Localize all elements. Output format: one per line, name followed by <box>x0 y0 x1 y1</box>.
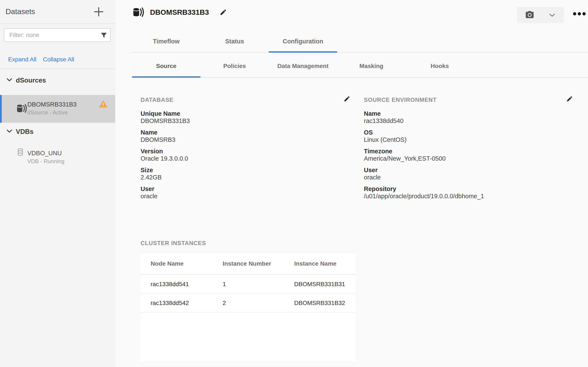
field-name: Name DBOMSRB3 <box>141 129 350 143</box>
cluster-instances-section-label: CLUSTER INSTANCES <box>141 240 206 247</box>
field-user: User oracle <box>364 167 573 181</box>
tab-status[interactable]: Status <box>201 30 269 52</box>
field-label: Name <box>364 110 573 117</box>
subtab-source[interactable]: Source <box>132 53 201 77</box>
datasets-sidebar: Datasets Expand All Collapse All dSource… <box>0 0 115 367</box>
filter-input[interactable] <box>4 29 110 42</box>
camera-icon[interactable] <box>525 10 535 20</box>
chevron-down-icon[interactable] <box>549 14 555 17</box>
database-section-label: DATABASE <box>141 97 174 103</box>
subtab-policies[interactable]: Policies <box>201 53 269 77</box>
collapse-all-link[interactable]: Collapse All <box>43 56 74 63</box>
warning-icon <box>99 100 107 108</box>
subtab-hooks[interactable]: Hooks <box>405 53 474 77</box>
cell-instance-number: 1 <box>223 281 294 288</box>
field-os: OS Linux (CentOS) <box>364 129 573 143</box>
sidebar-item-dbomsrb331b3[interactable]: DBOMSRB331B3 dSource - Active <box>0 95 115 123</box>
field-label: Timezone <box>364 148 573 155</box>
field-repository: Repository /u01/app/oracle/product/19.0.… <box>364 185 573 200</box>
field-label: Unique Name <box>141 110 350 117</box>
sidebar-group-vdbs[interactable]: VDBs <box>0 127 115 139</box>
field-value: 2.42GB <box>141 174 350 181</box>
dataset-status: dSource - Active <box>27 109 68 116</box>
field-name: Name rac1338dd540 <box>364 110 573 125</box>
dsource-icon <box>132 7 144 17</box>
group-label: VDBs <box>16 128 33 136</box>
dataset-name: DBOMSRB331B3 <box>27 101 77 108</box>
source-environment-fields: Name rac1338dd540 OS Linux (CentOS) Time… <box>364 110 573 204</box>
field-label: Repository <box>364 185 573 192</box>
field-value: DBOMSRB3 <box>141 136 350 143</box>
field-label: Name <box>141 129 350 136</box>
edit-source-environment-pencil-icon[interactable] <box>566 95 573 102</box>
plus-icon <box>94 7 103 16</box>
sidebar-group-dsources[interactable]: dSources <box>0 75 115 88</box>
table-row[interactable]: rac1338dd541 1 DBOMSRB331B31 <box>141 275 355 294</box>
field-value: rac1338dd540 <box>364 117 573 125</box>
sidebar-divider <box>0 24 115 24</box>
cell-node-name: rac1338dd542 <box>151 300 223 307</box>
cell-node-name: rac1338dd541 <box>151 281 223 288</box>
column-header-node-name: Node Name <box>151 260 223 267</box>
snapshot-button-group[interactable] <box>517 7 564 23</box>
field-value: oracle <box>364 174 573 181</box>
expand-all-link[interactable]: Expand All <box>8 56 36 63</box>
field-label: Size <box>141 167 350 174</box>
field-value: America/New_York,EST-0500 <box>364 155 573 162</box>
chevron-down-icon <box>7 130 12 133</box>
field-value: oracle <box>141 192 350 200</box>
field-label: User <box>364 167 573 174</box>
field-user: User oracle <box>141 185 350 200</box>
sidebar-divider <box>0 68 115 69</box>
field-timezone: Timezone America/New_York,EST-0500 <box>364 148 573 162</box>
field-value: Linux (CentOS) <box>364 136 573 143</box>
column-header-instance-name: Instance Name <box>294 260 355 267</box>
configuration-subtabbar: Source Policies Data Management Masking … <box>132 53 588 78</box>
edit-database-pencil-icon[interactable] <box>344 95 350 102</box>
sidebar-item-vdbo-unu[interactable]: VDBO_UNU VDB - Running <box>0 145 115 167</box>
subtab-data-management[interactable]: Data Management <box>269 53 337 77</box>
edit-title-pencil-icon[interactable] <box>220 8 227 16</box>
group-label: dSources <box>16 76 46 84</box>
field-value: Oracle 19.3.0.0.0 <box>141 155 350 162</box>
vdb-database-icon <box>17 148 24 156</box>
table-row[interactable]: rac1338dd542 2 DBOMSRB331B32 <box>141 294 355 312</box>
cell-instance-name: DBOMSRB331B32 <box>294 300 355 307</box>
page-title: DBOMSRB331B3 <box>150 8 209 17</box>
more-actions-button[interactable] <box>573 12 586 15</box>
database-fields: Unique Name DBOMSRB331B3 Name DBOMSRB3 V… <box>141 110 350 204</box>
source-environment-section-label: SOURCE ENVIRONMENT <box>364 97 437 103</box>
dataset-name: VDBO_UNU <box>27 150 62 157</box>
chevron-down-icon <box>7 78 12 81</box>
field-label: Version <box>141 148 350 155</box>
filter-funnel-icon[interactable] <box>101 33 107 38</box>
field-version: Version Oracle 19.3.0.0.0 <box>141 148 350 162</box>
table-header-row: Node Name Instance Number Instance Name <box>141 253 355 275</box>
ellipsis-dot <box>578 12 581 15</box>
field-value: DBOMSRB331B3 <box>141 117 350 125</box>
ellipsis-dot <box>573 12 576 15</box>
cell-instance-name: DBOMSRB331B31 <box>294 281 355 288</box>
main-tabbar: Timeflow Status Configuration <box>132 30 588 53</box>
dsource-icon <box>16 103 27 113</box>
column-header-instance-number: Instance Number <box>223 260 294 267</box>
tab-timeflow[interactable]: Timeflow <box>132 30 201 52</box>
sidebar-title: Datasets <box>6 7 35 16</box>
field-label: User <box>141 185 350 192</box>
field-label: OS <box>364 129 573 136</box>
cell-instance-number: 2 <box>223 300 294 307</box>
cluster-instances-table: Node Name Instance Number Instance Name … <box>141 253 355 361</box>
ellipsis-dot <box>582 12 586 15</box>
field-value: /u01/app/oracle/product/19.0.0.0/dbhome_… <box>364 192 573 200</box>
field-size: Size 2.42GB <box>141 167 350 181</box>
subtab-masking[interactable]: Masking <box>337 53 405 77</box>
dataset-status: VDB - Running <box>27 158 64 165</box>
filter-box <box>4 28 111 42</box>
field-unique-name: Unique Name DBOMSRB331B3 <box>141 110 350 125</box>
tab-configuration[interactable]: Configuration <box>269 30 337 52</box>
add-dataset-button[interactable] <box>93 6 104 17</box>
